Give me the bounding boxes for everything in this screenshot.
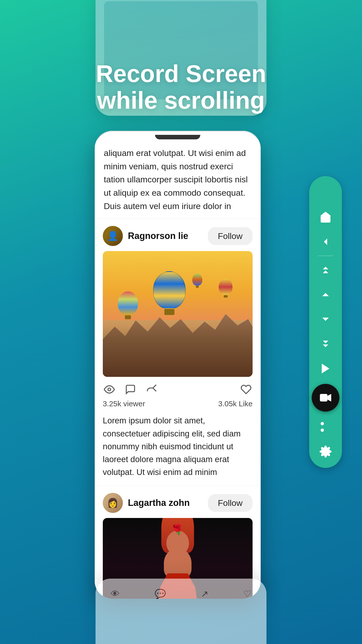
post-author-2: Lagartha zohn xyxy=(128,498,203,508)
share-icon-1[interactable] xyxy=(145,383,158,396)
avatar-1: 👤 xyxy=(103,226,123,246)
balloon-main xyxy=(153,271,186,315)
comment-icon-bottom: 💬 xyxy=(155,589,166,599)
phone-content: aliquam erat volutpat. Ut wisi enim ad m… xyxy=(95,139,261,599)
phone-notch xyxy=(155,135,200,139)
svg-point-0 xyxy=(108,388,111,391)
swap-button[interactable] xyxy=(314,181,337,204)
view-icon-bottom: 👁 xyxy=(111,589,120,599)
svg-line-10 xyxy=(324,425,326,427)
svg-rect-4 xyxy=(320,394,328,401)
like-icon-1[interactable] xyxy=(240,383,253,396)
play-button[interactable] xyxy=(314,357,337,380)
caption-text-1: Lorem ipsum dolor sit amet, consectetuer… xyxy=(103,416,241,477)
scissors-button[interactable] xyxy=(314,416,337,438)
follow-button-2[interactable]: Follow xyxy=(208,494,253,512)
svg-marker-5 xyxy=(328,394,331,401)
post-card-1: 👤 Ragnorson lie Follow xyxy=(95,219,261,486)
divider-1 xyxy=(318,256,333,256)
background-phone-bottom: 👁 💬 ↗ ♡ xyxy=(96,579,266,644)
svg-point-6 xyxy=(321,422,324,425)
balloon-far2 xyxy=(192,274,202,288)
step-up-button[interactable] xyxy=(314,283,337,306)
viewer-count-1: 3.25k viewer xyxy=(103,399,145,408)
balloon-far1 xyxy=(219,279,233,298)
skip-end-button[interactable] xyxy=(314,333,337,355)
post-image-1 xyxy=(103,251,253,377)
svg-marker-3 xyxy=(322,364,329,374)
post-header-2: 👩 Lagartha zohn Follow xyxy=(95,486,261,518)
hero-line2: while scrolling xyxy=(97,87,265,114)
post-header-1: 👤 Ragnorson lie Follow xyxy=(95,219,261,251)
post-caption-1: Lorem ipsum dolor sit amet, consectetuer… xyxy=(95,412,261,486)
svg-line-8 xyxy=(324,423,330,429)
back-button[interactable] xyxy=(314,230,337,253)
like-count-1: 3.05k Like xyxy=(218,399,253,408)
view-icon-1[interactable] xyxy=(103,383,116,396)
balloon-scene xyxy=(103,251,253,377)
skip-start-button[interactable] xyxy=(314,259,337,281)
like-icon-bottom: ♡ xyxy=(243,589,251,599)
floating-toolbar xyxy=(309,176,342,468)
svg-line-9 xyxy=(327,428,330,431)
scroll-text-partial: aliquam erat volutpat. Ut wisi enim ad m… xyxy=(95,139,261,219)
hero-line1: Record Screen xyxy=(96,60,266,87)
svg-point-7 xyxy=(321,429,324,432)
follow-button-1[interactable]: Follow xyxy=(208,227,253,245)
comment-icon-1[interactable] xyxy=(124,383,137,396)
balloon-left xyxy=(118,291,138,319)
share-icon-bottom: ↗ xyxy=(201,589,208,599)
post-author-1: Ragnorson lie xyxy=(128,231,203,241)
bottom-bar-icons: 👁 💬 ↗ ♡ xyxy=(96,579,266,604)
post-actions-1 xyxy=(95,377,261,398)
post-stats-1: 3.25k viewer 3.05k Like xyxy=(95,398,261,412)
step-down-button[interactable] xyxy=(314,308,337,331)
rock-formation xyxy=(103,314,253,377)
settings-button[interactable] xyxy=(314,440,337,463)
main-phone: aliquam erat volutpat. Ut wisi enim ad m… xyxy=(95,131,261,599)
home-button[interactable] xyxy=(314,206,337,228)
hero-text: Record Screen while scrolling xyxy=(0,60,362,113)
scroll-text-content: aliquam erat volutpat. Ut wisi enim ad m… xyxy=(104,148,248,211)
avatar-2: 👩 xyxy=(103,493,123,513)
record-button[interactable] xyxy=(312,384,339,412)
